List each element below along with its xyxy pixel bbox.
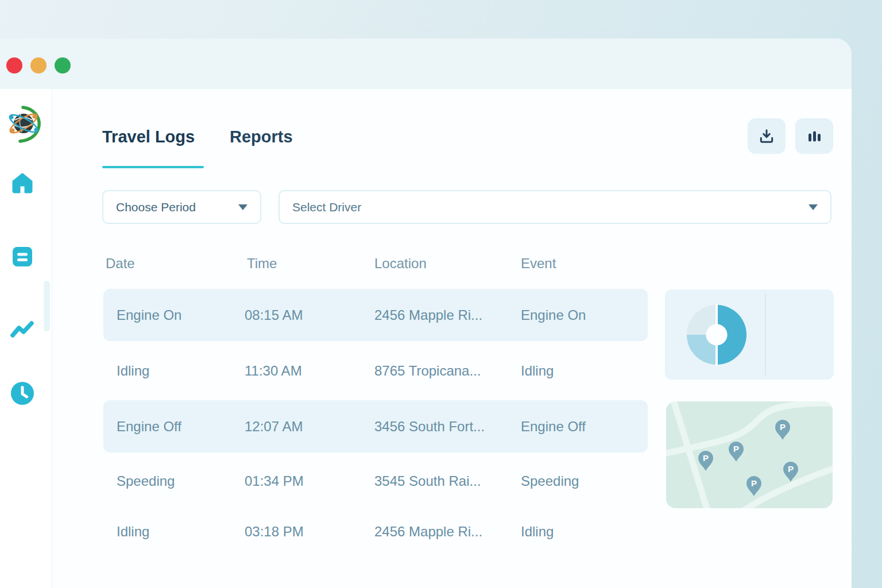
map-pin[interactable]: P — [729, 442, 744, 462]
chart-view-button[interactable] — [795, 118, 833, 154]
pin-letter: P — [733, 444, 739, 454]
table-row[interactable]: Speeding01:34 PM3545 South Rai...Speedin… — [103, 455, 648, 507]
cell-date: Engine On — [117, 307, 245, 323]
title-bar — [0, 38, 852, 89]
map-roads — [666, 401, 833, 508]
sidebar-item-activity[interactable] — [10, 316, 35, 341]
cell-event: Engine Off — [521, 419, 648, 435]
download-button[interactable] — [748, 118, 786, 154]
cell-location: 2456 Mapple Ri... — [374, 524, 521, 540]
cell-date: Speeding — [117, 473, 245, 489]
cell-date: Idling — [117, 524, 245, 540]
map-pin[interactable]: P — [698, 451, 713, 471]
pin-letter: P — [780, 422, 786, 432]
cell-event: Idling — [521, 363, 648, 379]
clock-icon — [10, 381, 34, 405]
chevron-down-icon — [808, 204, 818, 210]
sidebar-active-indicator — [44, 281, 50, 331]
map-card[interactable]: PPPPP — [666, 401, 833, 508]
tab-travel-logs[interactable]: Travel Logs — [102, 127, 195, 146]
select-driver-dropdown[interactable]: Select Driver — [278, 190, 831, 224]
cell-location: 8765 Tropicana... — [374, 363, 521, 379]
sidebar-item-home[interactable] — [10, 170, 35, 195]
bar-chart-icon — [807, 129, 822, 144]
app-logo — [7, 105, 44, 144]
minimize-button[interactable] — [30, 57, 47, 74]
tab-reports[interactable]: Reports — [230, 127, 293, 146]
cell-date: Engine Off — [117, 419, 245, 435]
cell-time: 08:15 AM — [245, 307, 374, 323]
pin-letter: P — [751, 478, 757, 488]
cell-time: 01:34 PM — [245, 473, 374, 489]
chevron-down-icon — [238, 204, 247, 210]
cell-time: 12:07 AM — [245, 419, 374, 435]
select-driver-label: Select Driver — [292, 200, 361, 214]
column-header-event: Event — [521, 256, 556, 272]
cell-location: 2456 Mapple Ri... — [374, 307, 521, 323]
cell-event: Engine On — [521, 307, 648, 323]
table-header: Date Time Location Event — [0, 256, 852, 273]
cell-event: Idling — [521, 524, 648, 540]
download-icon — [759, 128, 775, 144]
table-row[interactable]: Idling03:18 PM2456 Mapple Ri...Idling — [103, 505, 648, 558]
map-pin[interactable]: P — [775, 420, 790, 440]
pin-letter: P — [703, 453, 709, 463]
cell-date: Idling — [117, 363, 245, 379]
table-row[interactable]: Idling11:30 AM8765 Tropicana...Idling — [103, 345, 648, 397]
app-window: Travel Logs Reports Choose Period Select… — [0, 38, 852, 588]
column-header-date: Date — [106, 256, 135, 272]
events-donut-chart-card[interactable] — [665, 289, 834, 380]
choose-period-label: Choose Period — [116, 200, 196, 214]
close-button[interactable] — [6, 57, 22, 74]
map-pin[interactable]: P — [746, 476, 761, 496]
map: PPPPP — [666, 401, 833, 508]
column-header-time: Time — [247, 256, 277, 272]
sidebar — [0, 89, 52, 588]
choose-period-dropdown[interactable]: Choose Period — [102, 190, 261, 224]
map-pin[interactable]: P — [783, 462, 798, 482]
sidebar-item-history[interactable] — [10, 381, 35, 406]
column-header-location: Location — [374, 256, 427, 272]
donut-chart — [684, 303, 749, 367]
cell-time: 03:18 PM — [245, 524, 374, 540]
cell-location: 3456 South Fort... — [374, 419, 521, 435]
active-tab-underline — [102, 166, 204, 168]
table-row[interactable]: Engine Off12:07 AM3456 South Fort...Engi… — [103, 400, 648, 452]
cell-location: 3545 South Rai... — [374, 473, 521, 489]
cell-event: Speeding — [521, 473, 648, 489]
pin-letter: P — [788, 464, 794, 474]
cell-time: 11:30 AM — [245, 363, 374, 379]
maximize-button[interactable] — [55, 57, 71, 74]
card-divider — [765, 294, 766, 375]
home-icon — [10, 172, 34, 194]
table-row[interactable]: Engine On08:15 AM2456 Mapple Ri...Engine… — [103, 289, 648, 341]
trend-icon — [10, 319, 34, 338]
